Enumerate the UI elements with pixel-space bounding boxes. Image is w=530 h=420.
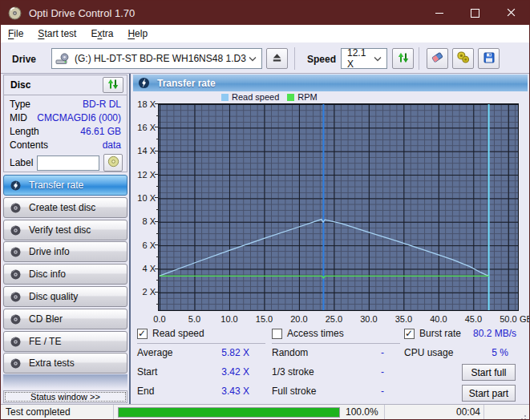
eject-icon — [271, 51, 283, 66]
sidebar-item-disc-quality[interactable]: Disc quality — [3, 286, 127, 307]
maximize-button[interactable] — [457, 1, 493, 25]
disc-field-mid: MIDCMCMAGDI6 (000) — [4, 111, 127, 125]
status-text: Test completed — [6, 406, 71, 418]
result-row-random: Random- — [272, 347, 384, 358]
nav-list: Transfer rateCreate test discVerify test… — [3, 175, 127, 375]
x-axis-label: 5.0 — [180, 314, 208, 324]
result-label: End — [137, 386, 154, 397]
x-axis-label: 50.0 — [494, 314, 523, 324]
y-axis-label: 18 X — [131, 99, 156, 110]
x-axis-label: 35.0 — [389, 314, 418, 324]
sidebar-item-label: Transfer rate — [29, 180, 83, 191]
sidebar-item-label: Drive info — [29, 246, 70, 257]
status-window-button[interactable]: Status window >> — [3, 390, 127, 403]
x-axis-label: 45.0 — [459, 314, 488, 324]
refresh-speed-button[interactable] — [392, 48, 414, 69]
x-axis-label: 0.0 — [145, 314, 174, 324]
menu-extra[interactable]: Extra — [83, 26, 120, 42]
x-axis-label: 10.0 — [215, 314, 244, 324]
erase-disc-button[interactable] — [427, 48, 448, 69]
field-value: 46.61 GB — [80, 126, 121, 138]
y-axis-minor-tick — [156, 280, 159, 281]
close-button[interactable] — [493, 1, 529, 25]
transfer-rate-icon — [138, 77, 150, 89]
main-panel: Transfer rate Read speedRPM 18 X16 X14 X… — [131, 74, 530, 404]
disc-field-contents: Contentsdata — [4, 139, 127, 152]
disc-icon — [10, 246, 22, 258]
speed-select[interactable]: 12.1 X — [341, 48, 387, 69]
sidebar-item-transfer-rate[interactable]: Transfer rate — [3, 175, 127, 196]
panel-divider — [129, 74, 131, 404]
sidebar-item-disc-info[interactable]: Disc info — [3, 264, 127, 285]
sidebar-item-extra-tests[interactable]: Extra tests — [3, 353, 127, 374]
speed-label: Speed — [307, 54, 336, 65]
disc-icon — [10, 313, 22, 325]
burst-rate-value: 80.2 MB/s — [473, 328, 516, 339]
result-value: - — [381, 347, 384, 358]
result-label: Start — [137, 366, 157, 378]
column-divider — [272, 343, 400, 344]
disc-label-caption: Label — [10, 157, 33, 168]
y-axis-minor-tick — [156, 233, 159, 234]
sidebar-item-label: Disc info — [29, 269, 66, 280]
sidebar-item-drive-info[interactable]: Drive info — [3, 241, 127, 262]
window-title: Opti Drive Control 1.70 — [29, 7, 135, 19]
burst-rate-checkbox[interactable] — [404, 329, 415, 339]
read-speed-checkbox[interactable] — [137, 329, 148, 339]
result-row-end: End3.43 X — [137, 386, 249, 397]
write-label-button[interactable] — [103, 154, 123, 172]
legend-swatch — [221, 94, 229, 101]
sidebar-item-fe-te[interactable]: FE / TE — [3, 331, 127, 352]
y-axis-label: 2 X — [131, 286, 156, 297]
start-full-button[interactable]: Start full — [462, 364, 516, 381]
field-value: data — [103, 139, 121, 151]
sidebar-item-cd-bler[interactable]: CD Bler — [3, 309, 127, 329]
save-button[interactable] — [478, 48, 500, 69]
start-part-button[interactable]: Start part — [462, 385, 516, 402]
drive-label: Drive — [12, 54, 36, 65]
x-axis-label: 20.0 — [285, 314, 314, 324]
drive-select[interactable]: (G:) HL-DT-ST BD-RE WH16NS48 1.D3 — [51, 48, 262, 69]
result-row-cpu-usage: CPU usage5 % — [404, 347, 508, 358]
menu-start-test[interactable]: Start test — [30, 26, 83, 42]
eraser-icon — [431, 50, 444, 67]
toolbar-separator — [419, 47, 419, 70]
burst-rate-checkbox-row: Burst rate80.2 MB/s — [404, 328, 516, 339]
eject-button[interactable] — [266, 48, 288, 69]
disc-panel-title: Disc — [10, 79, 30, 91]
minimize-button[interactable] — [421, 1, 457, 25]
y-axis-label: 8 X — [131, 216, 156, 227]
refresh-disc-button[interactable] — [103, 77, 123, 93]
toolbar: Drive (G:) HL-DT-ST BD-RE WH16NS48 1.D3 … — [1, 42, 529, 74]
titlebar: Opti Drive Control 1.70 — [1, 1, 529, 25]
resize-grip[interactable] — [524, 415, 526, 417]
y-axis-minor-tick — [156, 162, 159, 163]
sidebar-item-label: FE / TE — [29, 336, 61, 347]
menu-file[interactable]: File — [1, 26, 30, 42]
x-axis-label: 30.0 — [354, 314, 383, 324]
speed-select-value: 12.1 X — [347, 47, 374, 70]
y-axis-tick — [155, 103, 159, 104]
y-axis-label: 10 X — [131, 192, 156, 204]
field-label: MID — [10, 112, 27, 124]
legend-label: RPM — [297, 92, 317, 102]
result-label: CPU usage — [404, 347, 453, 358]
toolbar-separator — [294, 47, 295, 70]
access-times-checkbox[interactable] — [272, 329, 282, 339]
field-label: Length — [10, 126, 39, 138]
chevron-down-icon — [374, 56, 382, 62]
y-axis-minor-tick — [156, 209, 159, 210]
x-axis-label: 15.0 — [249, 314, 278, 324]
results-column-access-times: Access timesRandom-1/3 stroke-Full strok… — [272, 328, 400, 339]
y-axis-tick — [155, 127, 159, 127]
series-rpm — [160, 276, 489, 277]
cd-icon — [107, 155, 119, 170]
label-input[interactable] — [37, 155, 99, 171]
y-axis-tick — [155, 151, 159, 151]
result-value: - — [381, 366, 384, 378]
sidebar-item-verify-test-disc[interactable]: Verify test disc — [3, 220, 127, 240]
menu-help[interactable]: Help — [120, 26, 155, 42]
sidebar-item-create-test-disc[interactable]: Create test disc — [3, 197, 127, 218]
options-button[interactable] — [452, 48, 474, 69]
y-axis-label: 4 X — [131, 263, 156, 274]
